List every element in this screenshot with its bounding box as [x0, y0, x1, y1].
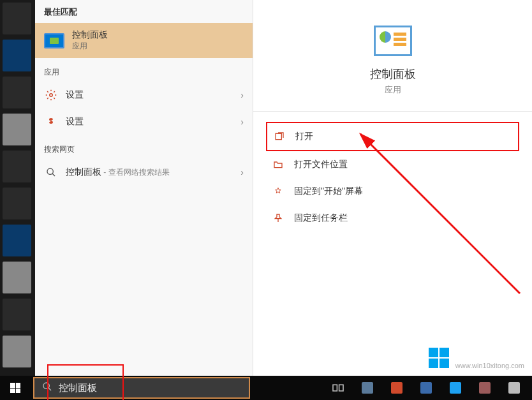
- search-icon: [44, 165, 58, 179]
- desktop-icons-column: [0, 0, 35, 400]
- apps-section-label: 应用: [35, 58, 253, 82]
- web-section-label: 搜索网页: [35, 135, 253, 159]
- s-icon: [44, 115, 58, 129]
- folder-icon: [272, 159, 284, 170]
- action-label: 固定到"开始"屏幕: [294, 186, 363, 197]
- pin-icon: [272, 186, 284, 196]
- chevron-right-icon: ›: [240, 167, 244, 177]
- chevron-right-icon: ›: [240, 117, 244, 127]
- app-label: 设置: [66, 116, 233, 128]
- svg-point-0: [50, 94, 53, 97]
- desktop-icon[interactable]: [3, 225, 31, 256]
- action-pin-taskbar[interactable]: 固定到任务栏: [266, 205, 519, 232]
- control-panel-icon: [44, 33, 64, 48]
- action-open[interactable]: 打开: [266, 122, 519, 151]
- taskbar: [0, 376, 532, 400]
- search-icon: [42, 381, 52, 394]
- taskbar-app[interactable]: [443, 376, 468, 400]
- chevron-right-icon: ›: [240, 90, 244, 100]
- result-subtitle: 应用: [72, 41, 108, 52]
- svg-point-5: [43, 383, 49, 389]
- svg-line-2: [52, 174, 55, 176]
- windows-logo-icon: [429, 348, 449, 368]
- action-open-location[interactable]: 打开文件位置: [266, 151, 519, 178]
- best-match-label: 最佳匹配: [35, 0, 253, 23]
- result-title: 控制面板: [72, 29, 108, 41]
- desktop-icon[interactable]: [3, 77, 31, 108]
- taskbar-app[interactable]: [355, 376, 380, 400]
- divider: [253, 111, 532, 112]
- app-result-settings-2[interactable]: 设置 ›: [35, 108, 253, 135]
- app-label: 设置: [66, 89, 233, 101]
- taskbar-search-box[interactable]: [33, 377, 250, 399]
- gear-icon: [44, 88, 58, 102]
- taskbar-app[interactable]: [384, 376, 410, 400]
- svg-rect-7: [333, 385, 337, 391]
- web-search-result[interactable]: 控制面板 - 查看网络搜索结果 ›: [35, 159, 253, 186]
- svg-rect-8: [339, 385, 343, 391]
- action-label: 打开: [295, 131, 313, 142]
- desktop-icon[interactable]: [3, 114, 31, 145]
- open-icon: [274, 131, 285, 142]
- svg-line-6: [48, 388, 51, 390]
- app-result-settings[interactable]: 设置 ›: [35, 82, 253, 108]
- action-pin-start[interactable]: 固定到"开始"屏幕: [266, 178, 519, 205]
- desktop-icon[interactable]: [3, 3, 31, 34]
- desktop-icon[interactable]: [3, 262, 31, 293]
- taskbar-app[interactable]: [413, 376, 439, 400]
- action-label: 固定到任务栏: [294, 212, 348, 224]
- action-label: 打开文件位置: [294, 159, 348, 170]
- best-match-result[interactable]: 控制面板 应用: [35, 23, 253, 58]
- desktop-icon[interactable]: [3, 299, 31, 330]
- desktop-icon[interactable]: [3, 40, 31, 71]
- svg-point-1: [47, 168, 53, 174]
- desktop-icon[interactable]: [3, 188, 31, 219]
- watermark-url: www.win10xitong.com: [455, 362, 524, 369]
- web-result-text: 控制面板 - 查看网络搜索结果: [66, 167, 233, 178]
- svg-rect-3: [276, 133, 281, 139]
- control-panel-large-icon: [374, 26, 412, 56]
- taskbar-app[interactable]: [501, 376, 527, 400]
- detail-subtitle: 应用: [266, 84, 519, 96]
- detail-title: 控制面板: [266, 66, 519, 82]
- desktop-icon[interactable]: [3, 336, 31, 367]
- taskbar-app[interactable]: [472, 376, 498, 400]
- start-button[interactable]: [0, 376, 31, 400]
- desktop-icon[interactable]: [3, 151, 31, 182]
- search-results-panel: 最佳匹配 控制面板 应用 应用 设置 › 设置 › 搜索网页 控制面板 - 查看…: [35, 0, 253, 376]
- windows-start-icon: [10, 383, 20, 393]
- pin-icon: [272, 213, 284, 223]
- result-detail-panel: 控制面板 应用 打开 打开文件位置 固定到"开始"屏幕 固定到任务栏: [253, 0, 532, 376]
- watermark-title: Win10之家: [455, 346, 524, 362]
- search-input[interactable]: [59, 383, 241, 394]
- task-view-button[interactable]: [325, 376, 351, 400]
- watermark: Win10之家 www.win10xitong.com: [429, 346, 524, 369]
